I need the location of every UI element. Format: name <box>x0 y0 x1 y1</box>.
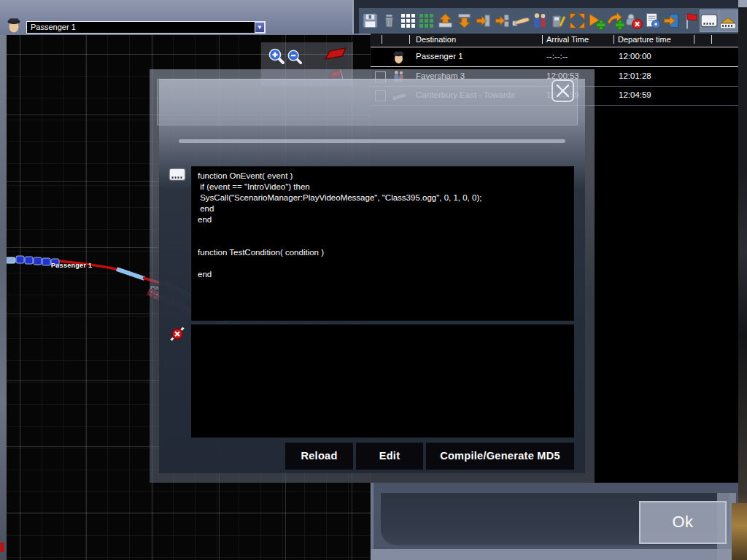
scenario-properties-icon[interactable] <box>643 10 662 31</box>
script-source-box[interactable]: function OnEvent( event ) if (event == "… <box>191 166 574 321</box>
map-edge-marker <box>0 542 4 552</box>
editor-toolbar <box>359 8 740 34</box>
toolbar-zone <box>352 0 740 34</box>
column-separator <box>711 35 712 44</box>
remove-consist-icon[interactable] <box>625 10 643 31</box>
column-separator <box>694 35 694 44</box>
driver-icon <box>7 17 21 33</box>
col-departure: Departure time <box>618 35 671 44</box>
close-icon[interactable] <box>551 79 574 102</box>
zoom-in-icon[interactable] <box>268 47 285 65</box>
column-separator <box>382 35 382 44</box>
map-left-edge <box>0 35 7 560</box>
passengers-icon[interactable] <box>530 10 549 31</box>
grid-white-icon[interactable] <box>399 10 417 31</box>
marker-tool-icon[interactable] <box>324 47 347 64</box>
grid-green-icon[interactable] <box>417 10 436 31</box>
dialog-divider <box>179 139 565 143</box>
scenario-editor-screen: Passenger 1 Pla <box>0 0 747 560</box>
cell-departure: 12:00:00 <box>619 52 651 61</box>
compile-button[interactable]: Compile/Generate MD5 <box>426 443 574 470</box>
driver-icon <box>392 50 406 64</box>
lower-terrain-icon[interactable] <box>455 10 473 31</box>
flag-icon[interactable] <box>681 10 700 31</box>
col-destination: Destination <box>416 35 456 44</box>
raise-terrain-icon[interactable] <box>436 10 454 31</box>
reload-button[interactable]: Reload <box>285 443 353 470</box>
delete-icon[interactable] <box>380 10 398 31</box>
world-background-strip <box>738 0 747 560</box>
signal-pin-icon <box>169 326 185 342</box>
ok-button[interactable]: Ok <box>639 501 727 544</box>
driver-selector-bar: Passenger 1 ▼ <box>0 0 371 35</box>
col-arrival: Arrival Time <box>546 35 589 44</box>
insert-after-icon[interactable] <box>474 10 492 31</box>
video-message-icon <box>169 168 186 182</box>
save-icon[interactable] <box>361 10 379 31</box>
dialog-title-area <box>157 79 578 125</box>
driver-dropdown[interactable]: Passenger 1 <box>26 21 266 34</box>
cell-arrival: --:--:-- <box>546 52 568 61</box>
add-instruction-icon[interactable] <box>606 10 624 31</box>
script-text: function OnEvent( event ) if (event == "… <box>192 167 573 284</box>
bottom-strip <box>371 549 738 560</box>
minimap-icon[interactable] <box>700 10 719 31</box>
select-hand-icon[interactable] <box>512 10 530 31</box>
world-background-detail <box>732 503 747 560</box>
table-row-selected[interactable]: Passenger 1 --:--:-- 12:00:00 <box>371 47 738 67</box>
cell-departure: 12:01:28 <box>619 71 651 80</box>
timetable-header: Destination Arrival Time Departure time <box>371 34 738 46</box>
column-separator <box>409 35 410 44</box>
cell-departure: 12:04:59 <box>619 90 651 99</box>
add-driver-icon[interactable] <box>587 10 605 31</box>
cell-destination: Passenger 1 <box>416 52 463 61</box>
portal-icon[interactable] <box>662 10 681 31</box>
refuel-icon[interactable] <box>549 10 568 31</box>
zoom-out-icon[interactable] <box>287 49 304 66</box>
expand-icon[interactable] <box>568 10 587 31</box>
dropdown-arrow-icon[interactable]: ▼ <box>255 22 265 33</box>
roof-toggle-icon[interactable] <box>719 10 738 31</box>
insert-before-icon[interactable] <box>493 10 511 31</box>
column-separator <box>542 35 543 44</box>
edit-button[interactable]: Edit <box>356 443 423 470</box>
train-label: Passenger 1 <box>51 262 92 269</box>
script-dialog: function OnEvent( event ) if (event == "… <box>150 69 595 483</box>
script-output-box[interactable] <box>191 324 574 438</box>
column-separator <box>614 35 614 44</box>
